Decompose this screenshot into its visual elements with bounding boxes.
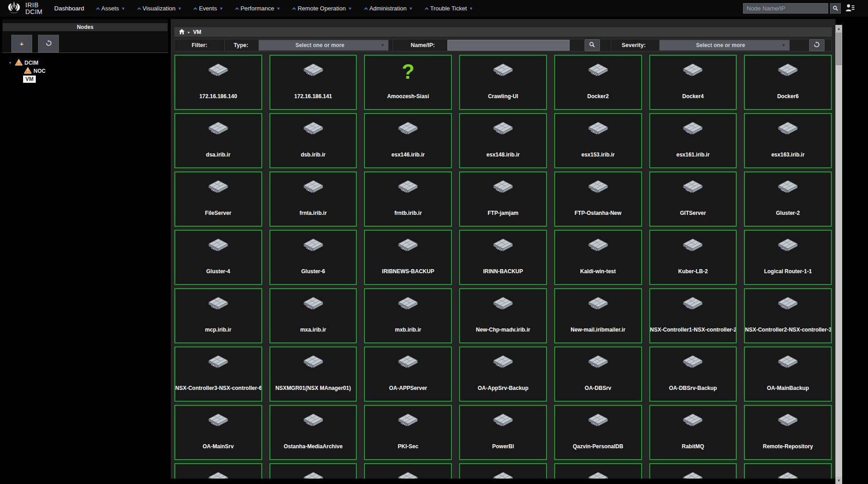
- vm-card[interactable]: ? Docker2: [554, 55, 642, 110]
- vm-card[interactable]: ? OA-DBSrv: [554, 346, 642, 402]
- vm-card[interactable]: ? Gluster-6: [269, 230, 357, 285]
- tree-node-label-selected: VM: [23, 76, 36, 83]
- vm-card[interactable]: ? OA-MainBackup: [744, 346, 832, 402]
- server-icon: [493, 121, 513, 139]
- vm-name: New-mail.iribmailer.ir: [555, 327, 641, 333]
- vm-card[interactable]: ? New-Chp-madv.irib.ir: [459, 288, 547, 343]
- vm-name: FileServer: [175, 210, 261, 216]
- chevron-up-icon: [293, 7, 296, 11]
- vm-card[interactable]: ? Kaldi-win-test: [554, 230, 642, 285]
- nav-menu-label: Visualization: [143, 5, 176, 12]
- vm-card[interactable]: ? frnta.irib.ir: [269, 171, 357, 227]
- tree-node-vm[interactable]: VM: [9, 75, 168, 83]
- vm-card[interactable]: ? mxa.irib.ir: [269, 288, 357, 343]
- vm-card[interactable]: ? OA-MainSrv: [174, 405, 262, 460]
- scroll-up-arrow[interactable]: ▲: [835, 25, 842, 32]
- vm-card[interactable]: ? NSX-Controller2-NSX-controller-3: [744, 288, 832, 343]
- severity-select[interactable]: Select one or more ▼: [659, 40, 790, 51]
- vm-card[interactable]: ? esx148.irib.ir: [459, 113, 547, 168]
- server-icon: [398, 237, 418, 256]
- vm-card[interactable]: ? IRIBNEWS-BACKUP: [364, 230, 452, 285]
- scrollbar-thumb[interactable]: [836, 33, 842, 65]
- home-icon[interactable]: [179, 28, 185, 36]
- vm-card[interactable]: ? NSX-Controller1-NSX-controller-2: [649, 288, 737, 343]
- vm-card[interactable]: ? 172.16.186.141: [269, 55, 357, 110]
- vm-card[interactable]: ? Kuber-LB-2: [649, 230, 737, 285]
- filter-search-button[interactable]: [585, 39, 600, 51]
- vm-card[interactable]: ? OA-DBSrv-Backup: [649, 346, 737, 402]
- vm-card[interactable]: ? New-mail.iribmailer.ir: [554, 288, 642, 343]
- vm-card[interactable]: ? dsa.irib.ir: [174, 113, 262, 168]
- vm-card[interactable]: ? Gluster-4: [174, 230, 262, 285]
- node-search-button[interactable]: [830, 3, 841, 14]
- nav-menu-visualization[interactable]: Visualization ▼: [137, 5, 182, 12]
- vm-card[interactable]: ? OA-APPServer: [364, 346, 452, 402]
- server-icon: [588, 62, 609, 81]
- vm-card[interactable]: ?: [269, 463, 357, 479]
- vm-card[interactable]: ? Crawling-UI: [459, 55, 547, 110]
- vm-card[interactable]: ? mcp.irib.ir: [174, 288, 262, 343]
- vm-card[interactable]: ?: [744, 463, 832, 479]
- nav-menu-administration[interactable]: Administration ▼: [364, 5, 413, 12]
- nav-menu-remote-operation[interactable]: Remote Operation ▼: [292, 5, 352, 12]
- vm-card[interactable]: ? Amoozesh-Siasi: [364, 55, 452, 110]
- vm-card[interactable]: ? 172.16.186.140: [174, 55, 262, 110]
- tree-node-noc[interactable]: NOC: [9, 67, 168, 75]
- vm-card[interactable]: ? Docker6: [744, 55, 832, 110]
- nav-dashboard[interactable]: Dashboard: [54, 5, 84, 12]
- user-menu-button[interactable]: [845, 4, 854, 14]
- filter-refresh-button[interactable]: [809, 39, 825, 51]
- vm-card[interactable]: ? NSXMGR01(NSX MAnager01): [269, 346, 357, 402]
- tree-node-dcim[interactable]: ▾ DCIM: [9, 59, 168, 66]
- type-select[interactable]: Select one or more ▼: [259, 40, 388, 51]
- vm-card[interactable]: ? Docker4: [649, 55, 737, 110]
- vm-card[interactable]: ? frntb.irib.ir: [364, 171, 452, 227]
- server-icon: [398, 179, 418, 197]
- vm-name: OA-DBSrv-Backup: [650, 385, 736, 391]
- vm-name: Qazvin-PersonalDB: [555, 443, 641, 450]
- vm-card[interactable]: ? GITServer: [649, 171, 737, 227]
- vm-card[interactable]: ? FTP-jamjam: [459, 171, 547, 227]
- nav-menu-trouble-ticket[interactable]: Trouble Ticket ▼: [425, 5, 473, 12]
- vm-card[interactable]: ? esx153.irib.ir: [554, 113, 642, 168]
- vm-card[interactable]: ? RabitMQ: [649, 405, 737, 460]
- vm-card[interactable]: ? Gluster-2: [744, 171, 832, 227]
- unknown-icon: ?: [402, 62, 414, 81]
- vertical-scrollbar[interactable]: ▲ ▼: [835, 25, 842, 484]
- nodes-panel-title: Nodes: [3, 23, 168, 31]
- vm-card[interactable]: ? FTP-Ostanha-New: [554, 171, 642, 227]
- vm-card[interactable]: ? mxb.irib.ir: [364, 288, 452, 343]
- vm-card[interactable]: ?: [649, 463, 737, 479]
- vm-card[interactable]: ? Remote-Repository: [744, 405, 832, 460]
- nav-menu-assets[interactable]: Assets ▼: [96, 5, 125, 12]
- nav-menu-performance[interactable]: Performance ▼: [235, 5, 280, 12]
- vm-card[interactable]: ? esx161.irib.ir: [649, 113, 737, 168]
- vm-card[interactable]: ? OA-AppSrv-Backup: [459, 346, 547, 402]
- add-node-button[interactable]: +: [11, 35, 32, 52]
- nav-menu-events[interactable]: Events ▼: [193, 5, 223, 12]
- vm-card[interactable]: ? NSX-Controller3-NSX-controller-6: [174, 346, 262, 402]
- vm-card[interactable]: ? esx163.irib.ir: [744, 113, 832, 168]
- vm-card[interactable]: ? dsb.irib.ir: [269, 113, 357, 168]
- tree-expand-icon[interactable]: ▾: [9, 60, 15, 65]
- vm-name: 172.16.186.140: [175, 93, 261, 100]
- vm-name: NSX-Controller2-NSX-controller-3: [745, 327, 831, 333]
- vm-card[interactable]: ? FileServer: [174, 171, 262, 227]
- severity-label: Severity:: [622, 42, 646, 48]
- node-search-input[interactable]: [743, 3, 828, 14]
- refresh-tree-button[interactable]: [38, 35, 59, 52]
- vm-card[interactable]: ? Ostanha-MediaArchive: [269, 405, 357, 460]
- vm-card[interactable]: ?: [174, 463, 262, 479]
- vm-card[interactable]: ? esx146.irib.ir: [364, 113, 452, 168]
- caret-down-icon: ▼: [782, 43, 786, 47]
- scroll-down-arrow[interactable]: ▼: [835, 477, 842, 484]
- vm-card[interactable]: ? Qazvin-PersonalDB: [554, 405, 642, 460]
- vm-card[interactable]: ? Logical Router-1-1: [744, 230, 832, 285]
- name-ip-input[interactable]: [447, 40, 570, 51]
- vm-card[interactable]: ? PKI-Sec: [364, 405, 452, 460]
- vm-card[interactable]: ?: [364, 463, 452, 479]
- vm-card[interactable]: ?: [554, 463, 642, 479]
- vm-card[interactable]: ?: [459, 463, 547, 479]
- vm-card[interactable]: ? PowerBI: [459, 405, 547, 460]
- vm-card[interactable]: ? IRINN-BACKUP: [459, 230, 547, 285]
